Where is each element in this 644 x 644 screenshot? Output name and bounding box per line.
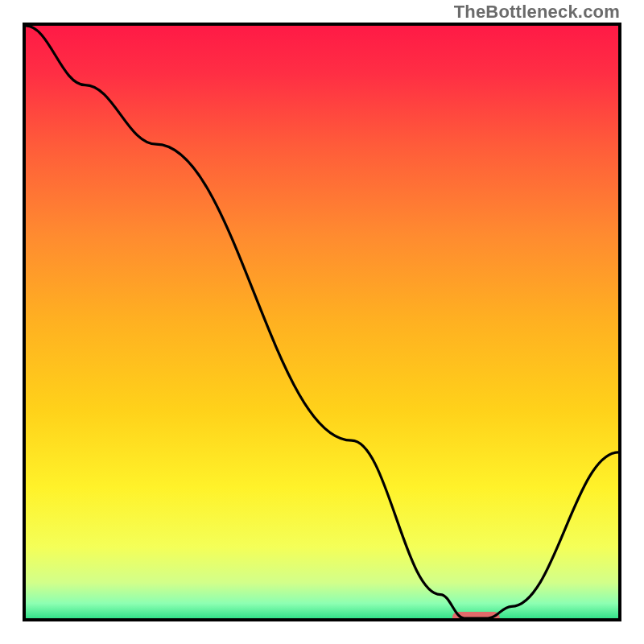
bottleneck-chart (23, 23, 621, 621)
chart-background (26, 26, 618, 618)
chart-svg (26, 26, 618, 618)
watermark-text: TheBottleneck.com (454, 2, 620, 23)
